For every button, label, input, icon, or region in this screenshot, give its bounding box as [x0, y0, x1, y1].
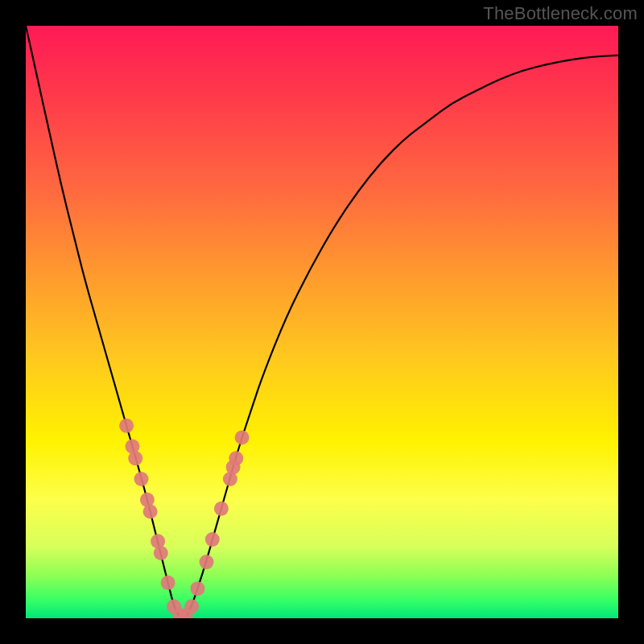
- watermark-text: TheBottleneck.com: [483, 3, 638, 24]
- curve-marker: [161, 576, 175, 590]
- curve-marker: [184, 599, 199, 613]
- plot-area: [26, 26, 618, 618]
- curve-marker: [229, 451, 243, 465]
- curve-marker: [235, 431, 250, 445]
- curve-marker: [134, 472, 149, 486]
- curve-marker: [205, 532, 220, 547]
- bottleneck-curve-path: [26, 26, 618, 618]
- curve-marker: [119, 419, 134, 433]
- curve-marker: [154, 546, 168, 560]
- chart-frame: TheBottleneck.com: [0, 0, 644, 644]
- curve-marker: [190, 581, 204, 596]
- curve-marker: [214, 502, 229, 516]
- bottleneck-curve: [26, 26, 618, 618]
- curve-layer: [26, 26, 618, 618]
- curve-markers: [119, 419, 250, 618]
- curve-marker: [200, 555, 214, 569]
- curve-marker: [128, 451, 142, 465]
- curve-marker: [143, 505, 158, 519]
